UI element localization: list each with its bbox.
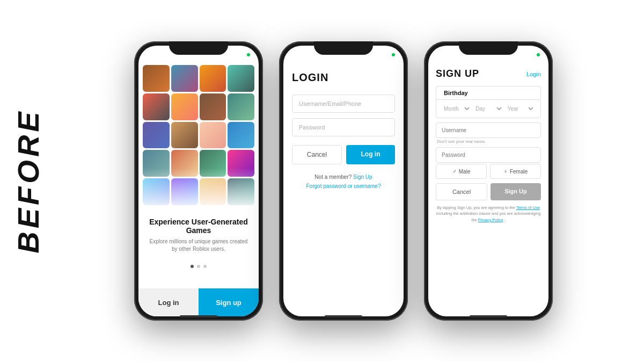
dot-1 — [191, 265, 194, 268]
signup-link[interactable]: Sign Up — [353, 174, 372, 180]
game-tile-10 — [171, 122, 198, 149]
welcome-description: Explore millions of unique games created… — [149, 238, 248, 253]
signup-action-row: Cancel Sign Up — [436, 183, 541, 200]
dot-3 — [203, 265, 207, 268]
signup-cancel-button[interactable]: Cancel — [436, 183, 487, 200]
game-tile-8 — [228, 93, 254, 120]
privacy-policy-link[interactable]: Privacy Policy — [478, 218, 503, 222]
phone2-notch — [314, 41, 373, 55]
terms-of-use-link[interactable]: Terms of Use — [516, 205, 540, 210]
phone1-screen: Experience User-Generated Games Explore … — [138, 46, 259, 316]
game-tile-19 — [200, 178, 226, 205]
birthday-tab[interactable]: Birthday — [436, 86, 541, 99]
game-tile-20 — [228, 178, 254, 205]
game-tile-13 — [143, 150, 170, 177]
phone1-footer: Log in Sign up — [138, 288, 259, 316]
login-buttons: Cancel Log in — [292, 145, 395, 164]
signup-header: SIGN UP Login — [436, 68, 541, 79]
dots-indicator — [138, 259, 259, 273]
page-wrapper: BEFORE — [0, 0, 644, 362]
status-dot-2 — [392, 53, 395, 56]
game-tile-11 — [200, 122, 226, 149]
phones-container: Experience User-Generated Games Explore … — [134, 41, 553, 321]
game-tile-12 — [228, 122, 254, 149]
male-button[interactable]: ♂ Male — [436, 164, 487, 179]
log-in-button[interactable]: Log in — [346, 145, 395, 164]
game-tile-17 — [143, 178, 170, 205]
year-select[interactable]: Year — [506, 104, 535, 113]
phone-signup: SIGN UP Login Birthday Month Day — [424, 41, 553, 321]
game-tile-14 — [171, 150, 198, 177]
cancel-button[interactable]: Cancel — [292, 145, 342, 164]
signup-content: SIGN UP Login Birthday Month Day — [428, 61, 548, 316]
female-button[interactable]: ♀ Female — [490, 164, 541, 179]
phone2-home-indicator — [325, 315, 362, 317]
phone-welcome: Experience User-Generated Games Explore … — [134, 41, 263, 321]
before-label: BEFORE — [11, 108, 46, 253]
dont-use-real-name: Don't use your real name. — [436, 139, 541, 144]
game-tile-1 — [143, 65, 170, 92]
before-label-wrapper: BEFORE — [11, 108, 46, 253]
game-tile-18 — [171, 178, 198, 205]
signup-submit-button[interactable]: Sign Up — [491, 183, 541, 200]
gender-row: ♂ Male ♀ Female — [436, 164, 541, 179]
game-tile-6 — [171, 93, 198, 120]
phone2-icons — [392, 53, 395, 56]
signup-title: SIGN UP — [436, 68, 479, 79]
male-icon: ♂ — [452, 168, 457, 175]
username-email-phone-input[interactable] — [292, 95, 395, 113]
password-input[interactable] — [292, 118, 395, 136]
forgot-password-link[interactable]: Forgot password or username? — [292, 183, 395, 189]
game-tile-5 — [143, 93, 170, 120]
birthday-row: Month Day Year — [442, 104, 535, 113]
game-tile-3 — [200, 65, 226, 92]
welcome-title: Experience User-Generated Games — [149, 218, 248, 235]
female-icon: ♀ — [503, 168, 508, 175]
terms-text: By tapping Sign Up, you are agreeing to … — [436, 205, 541, 223]
phone3-home-indicator — [470, 315, 507, 317]
dot-2 — [197, 265, 200, 268]
signup-login-link[interactable]: Login — [526, 71, 541, 77]
phone2-screen: LOGIN Cancel Log in Not a member? Sign U… — [283, 46, 404, 316]
game-grid — [138, 61, 259, 209]
phone3-icons — [537, 53, 540, 56]
day-select[interactable]: Day — [473, 104, 503, 113]
phone3-notch — [459, 41, 518, 55]
game-tile-2 — [171, 65, 198, 92]
phone3-screen: SIGN UP Login Birthday Month Day — [428, 46, 548, 316]
game-tile-4 — [228, 65, 254, 92]
status-dot-3 — [537, 53, 540, 56]
phone-login: LOGIN Cancel Log in Not a member? Sign U… — [279, 41, 408, 321]
username-input[interactable] — [436, 122, 541, 138]
welcome-content: Experience User-Generated Games Explore … — [138, 211, 259, 259]
signup-button[interactable]: Sign up — [199, 288, 259, 316]
game-tile-9 — [143, 122, 170, 149]
phone1-notch — [169, 41, 228, 55]
login-button[interactable]: Log in — [138, 288, 199, 316]
not-member-text: Not a member? Sign Up — [292, 174, 395, 180]
birthday-section: Month Day Year — [436, 99, 541, 118]
game-tile-7 — [200, 93, 226, 120]
game-tile-15 — [200, 150, 226, 177]
status-dot — [247, 53, 250, 56]
login-title: LOGIN — [292, 71, 395, 84]
login-links: Not a member? Sign Up Forgot password or… — [292, 174, 395, 189]
game-grid-wrapper — [138, 61, 259, 211]
month-select[interactable]: Month — [442, 104, 471, 113]
phone1-icons — [247, 53, 250, 56]
login-content: LOGIN Cancel Log in Not a member? Sign U… — [283, 61, 404, 316]
phone1-home-indicator — [180, 315, 217, 317]
signup-password-input[interactable] — [436, 147, 541, 163]
game-tile-16 — [228, 150, 254, 177]
